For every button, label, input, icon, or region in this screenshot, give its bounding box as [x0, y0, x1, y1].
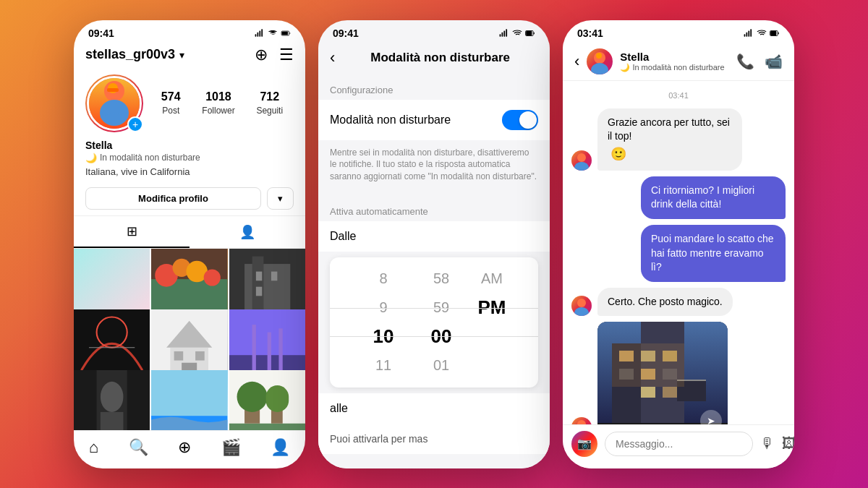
moon-icon-chat: 🌙	[620, 63, 632, 72]
svg-rect-50	[506, 29, 507, 37]
photo-person	[74, 370, 150, 429]
status-icons-1	[255, 28, 291, 38]
add-post-icon[interactable]: ⊕	[255, 46, 268, 64]
hour-8: 8	[379, 265, 387, 294]
wifi-icon-3	[757, 28, 767, 38]
header-icons: ⊕ ☰	[255, 46, 294, 64]
message-input[interactable]	[605, 432, 753, 456]
min-00-selected: 00	[431, 322, 452, 351]
camera-button[interactable]: 📷	[571, 431, 597, 457]
battery-icon	[281, 28, 291, 38]
svg-rect-49	[503, 30, 505, 36]
username-row: stellas_gr00v3 ▾	[85, 47, 184, 62]
min-01: 01	[433, 351, 449, 380]
svg-rect-19	[256, 271, 262, 281]
svg-point-65	[574, 307, 589, 316]
svg-point-63	[574, 162, 589, 171]
svg-rect-44	[237, 382, 267, 412]
msg-text-1: Grazie ancora per tutto, sei il top!	[608, 116, 730, 142]
profile-name: Stella	[85, 140, 294, 151]
bubble-2: Ci ritorniamo? I migliori drink della ci…	[641, 176, 786, 219]
chat-back-button[interactable]: ‹	[574, 52, 579, 71]
nav-home[interactable]: ⌂	[89, 438, 98, 457]
time-3: 03:41	[577, 27, 603, 39]
add-follow-button[interactable]: +	[127, 116, 143, 132]
photo-message: ➤	[597, 322, 728, 424]
profile-info: Stella 🌙 In modalità non disturbare Ital…	[74, 140, 305, 181]
profile-header: stellas_gr00v3 ▾ ⊕ ☰	[74, 43, 305, 70]
photo-sea	[151, 370, 227, 429]
status-bar-3: 03:41	[563, 20, 794, 43]
chat-messages: 03:41 Grazie ancora per tutto, sei il to…	[563, 81, 794, 424]
chat-avatar	[587, 48, 613, 74]
hour-11: 11	[375, 351, 391, 380]
phone-chat: 03:41 ‹ Stella 🌙 In modalità no	[563, 20, 794, 468]
dnd-toggle-row: Modalità non disturbare	[318, 100, 550, 140]
svg-rect-0	[255, 34, 257, 37]
svg-rect-82	[612, 343, 684, 387]
edit-profile-button[interactable]: Modifica profilo	[85, 187, 261, 210]
dnd-text: In modalità non disturbare	[100, 153, 200, 163]
svg-point-64	[577, 299, 586, 307]
bubble-4: Certo. Che posto magico.	[597, 288, 733, 317]
svg-rect-29	[195, 351, 205, 361]
photo-building-svg	[597, 322, 728, 424]
profile-bio: Italiana, vive in California	[85, 166, 294, 177]
photo-7[interactable]	[74, 370, 150, 429]
stats-group: 574 Post 1018 Follower 712 Seguiti	[150, 90, 294, 116]
dalle-label: Dalle	[330, 230, 356, 243]
chat-timestamp: 03:41	[571, 91, 786, 100]
msg-avatar-4	[571, 296, 592, 316]
msg-text-3: Puoi mandare lo scatto che hai fatto men…	[651, 233, 774, 273]
svg-rect-5	[282, 31, 288, 35]
video-icon[interactable]: 📹	[765, 53, 783, 70]
send-photo-button[interactable]: ➤	[700, 410, 722, 424]
photo-9[interactable]	[229, 370, 305, 429]
dnd-badge: 🌙 In modalità non disturbare	[85, 153, 294, 163]
time-2: 09:41	[333, 27, 359, 39]
signal-icon	[255, 28, 265, 38]
nav-add[interactable]: ⊕	[178, 438, 191, 457]
photo-8[interactable]	[151, 370, 227, 429]
chevron-down-icon[interactable]: ▾	[179, 49, 184, 61]
picker-ampm: AM PM	[470, 265, 514, 380]
tab-tagged[interactable]: 👤	[190, 216, 305, 248]
nav-search[interactable]: 🔍	[129, 438, 148, 457]
msg-contact-avatar	[571, 150, 592, 171]
svg-point-62	[577, 153, 586, 162]
dnd-toggle[interactable]	[502, 110, 538, 130]
svg-point-61	[591, 63, 608, 74]
svg-rect-58	[770, 31, 776, 35]
bubble-1: Grazie ancora per tutto, sei il top! 🙂	[597, 108, 742, 171]
signal-icon-3	[744, 28, 754, 38]
svg-rect-52	[526, 31, 532, 35]
svg-rect-78	[663, 387, 677, 398]
ampm-am: AM	[481, 265, 503, 294]
msg-row-2: Ci ritorniamo? I migliori drink della ci…	[571, 176, 786, 219]
gallery-icon[interactable]: 🖼	[782, 435, 794, 452]
svg-rect-28	[174, 351, 184, 361]
time-picker[interactable]: 8 9 10 11 12 58 59 00 01 02 AM	[330, 265, 538, 380]
chat-contact-name: Stella	[620, 51, 729, 63]
menu-icon[interactable]: ☰	[279, 46, 294, 64]
nav-profile[interactable]: 👤	[271, 438, 290, 457]
svg-rect-56	[750, 29, 752, 37]
tab-grid[interactable]: ⊞	[74, 216, 190, 248]
nav-reels[interactable]: 🎬	[221, 438, 241, 457]
picker-hours: 8 9 10 11 12	[354, 265, 412, 380]
microphone-icon[interactable]: 🎙	[760, 435, 775, 452]
phone-icon[interactable]: 📞	[736, 53, 754, 70]
back-button[interactable]: ‹	[330, 48, 335, 67]
photos-grid	[74, 249, 305, 430]
dnd-description: Mentre sei in modalità non disturbare, d…	[318, 141, 550, 194]
svg-rect-20	[256, 286, 262, 296]
battery-icon-3	[770, 28, 780, 38]
more-options-button[interactable]: ▾	[267, 187, 294, 210]
chat-header: ‹ Stella 🌙 In modalità non disturbare 📞 …	[563, 43, 794, 81]
stat-following: 712 Seguiti	[256, 90, 283, 116]
msg-text-2: Ci ritorniamo? I migliori drink della ci…	[651, 184, 754, 210]
tag-icon: 👤	[239, 224, 255, 240]
svg-point-37	[101, 382, 124, 412]
svg-rect-1	[258, 32, 259, 36]
chat-actions: 📞 📹	[736, 53, 783, 70]
